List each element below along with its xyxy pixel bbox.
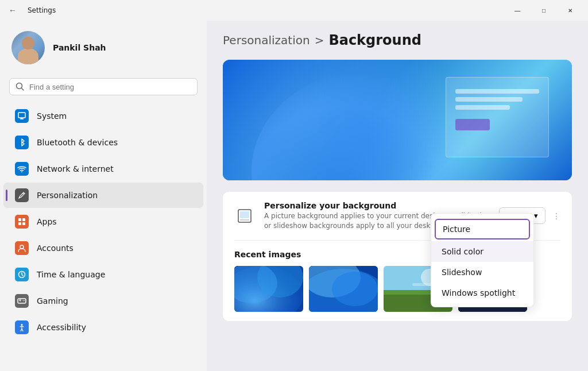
dropdown-container: Picture ▾ Picture Solid color bbox=[499, 207, 546, 224]
personalize-icon bbox=[234, 206, 255, 226]
title-bar-left: ← Settings bbox=[5, 2, 56, 18]
gaming-label: Gaming bbox=[37, 296, 68, 306]
search-input[interactable] bbox=[29, 83, 191, 91]
dropdown-option-slideshow[interactable]: Slideshow bbox=[431, 262, 533, 283]
recent-image-1[interactable] bbox=[234, 266, 303, 312]
windows-spotlight-option-label: Windows spotlight bbox=[442, 288, 515, 297]
apps-icon bbox=[15, 215, 29, 229]
window-title: Settings bbox=[28, 6, 56, 14]
title-bar: ← Settings — □ ✕ bbox=[0, 0, 588, 21]
search-icon bbox=[16, 82, 25, 91]
minimize-button[interactable]: — bbox=[504, 0, 531, 21]
personalize-background-card: Personalize your background A picture ba… bbox=[223, 192, 572, 321]
wallpaper-preview bbox=[223, 60, 572, 180]
breadcrumb-separator: > bbox=[315, 33, 324, 47]
svg-rect-7 bbox=[18, 218, 21, 221]
svg-rect-10 bbox=[22, 222, 25, 225]
breadcrumb-parent: Personalization bbox=[223, 33, 310, 47]
svg-point-17 bbox=[23, 300, 24, 302]
back-button[interactable]: ← bbox=[5, 2, 21, 18]
time-label: Time & language bbox=[37, 270, 105, 279]
svg-point-5 bbox=[21, 171, 22, 172]
breadcrumb: Personalization > Background bbox=[223, 32, 572, 48]
sidebar: Pankil Shah System Bluetooth & devices bbox=[0, 21, 207, 371]
slideshow-option-label: Slideshow bbox=[442, 268, 482, 277]
sidebar-item-time[interactable]: Time & language bbox=[3, 262, 203, 287]
breadcrumb-current: Background bbox=[328, 32, 421, 48]
apps-label: Apps bbox=[37, 217, 57, 226]
bluetooth-icon bbox=[15, 136, 29, 149]
sidebar-item-personalization[interactable]: Personalization bbox=[3, 183, 203, 208]
svg-rect-21 bbox=[240, 211, 249, 218]
bluetooth-label: Bluetooth & devices bbox=[37, 138, 118, 147]
main-layout: Pankil Shah System Bluetooth & devices bbox=[0, 21, 588, 371]
content-area: Personalization > Background bbox=[207, 21, 588, 371]
user-profile[interactable]: Pankil Shah bbox=[0, 25, 207, 75]
svg-point-18 bbox=[24, 300, 25, 302]
svg-rect-2 bbox=[18, 113, 25, 118]
accounts-icon bbox=[15, 241, 29, 255]
sidebar-item-network[interactable]: Network & internet bbox=[3, 156, 203, 181]
dropdown-chevron-icon: ▾ bbox=[534, 211, 538, 220]
personalization-icon bbox=[15, 188, 29, 202]
window-controls: — □ ✕ bbox=[504, 0, 583, 21]
background-dropdown-menu: Picture Solid color Slideshow Windows sp… bbox=[431, 213, 534, 307]
accessibility-label: Accessibility bbox=[37, 323, 86, 332]
svg-point-11 bbox=[20, 245, 24, 249]
network-label: Network & internet bbox=[37, 164, 114, 173]
search-box[interactable] bbox=[9, 78, 198, 95]
recent-image-2[interactable] bbox=[309, 266, 378, 312]
dropdown-option-solid-color[interactable]: Solid color bbox=[431, 241, 533, 262]
accounts-label: Accounts bbox=[37, 244, 74, 253]
sidebar-item-apps[interactable]: Apps bbox=[3, 209, 203, 234]
picture-option-label: Picture bbox=[443, 225, 470, 234]
personalize-row: Personalize your background A picture ba… bbox=[223, 192, 572, 240]
close-button[interactable]: ✕ bbox=[557, 0, 583, 21]
time-icon bbox=[15, 268, 29, 281]
svg-point-30 bbox=[332, 272, 378, 306]
sidebar-item-bluetooth[interactable]: Bluetooth & devices bbox=[3, 130, 203, 155]
sidebar-item-accounts[interactable]: Accounts bbox=[3, 235, 203, 261]
solid-color-option-label: Solid color bbox=[442, 247, 483, 256]
svg-point-19 bbox=[21, 324, 23, 326]
network-icon bbox=[15, 162, 29, 176]
expand-icon: ⋮ bbox=[552, 211, 560, 221]
gaming-icon bbox=[15, 294, 29, 308]
personalization-label: Personalization bbox=[37, 191, 98, 200]
svg-rect-8 bbox=[22, 218, 25, 221]
svg-rect-22 bbox=[240, 219, 249, 221]
system-icon bbox=[15, 109, 29, 123]
accessibility-icon bbox=[15, 320, 29, 334]
svg-rect-9 bbox=[18, 222, 21, 225]
desktop-mockup bbox=[446, 77, 549, 157]
sidebar-item-accessibility[interactable]: Accessibility bbox=[3, 315, 203, 340]
svg-line-1 bbox=[22, 88, 24, 91]
dropdown-option-windows-spotlight[interactable]: Windows spotlight bbox=[431, 283, 533, 303]
svg-line-6 bbox=[23, 194, 24, 195]
system-label: System bbox=[37, 111, 67, 121]
maximize-button[interactable]: □ bbox=[531, 0, 557, 21]
dropdown-option-picture[interactable]: Picture bbox=[435, 219, 530, 239]
sidebar-item-system[interactable]: System bbox=[3, 103, 203, 129]
avatar bbox=[11, 31, 45, 64]
personalize-control: Picture ▾ Picture Solid color bbox=[499, 207, 560, 224]
user-name: Pankil Shah bbox=[53, 43, 106, 52]
personalize-title: Personalize your background bbox=[264, 201, 490, 210]
sidebar-item-gaming[interactable]: Gaming bbox=[3, 288, 203, 314]
